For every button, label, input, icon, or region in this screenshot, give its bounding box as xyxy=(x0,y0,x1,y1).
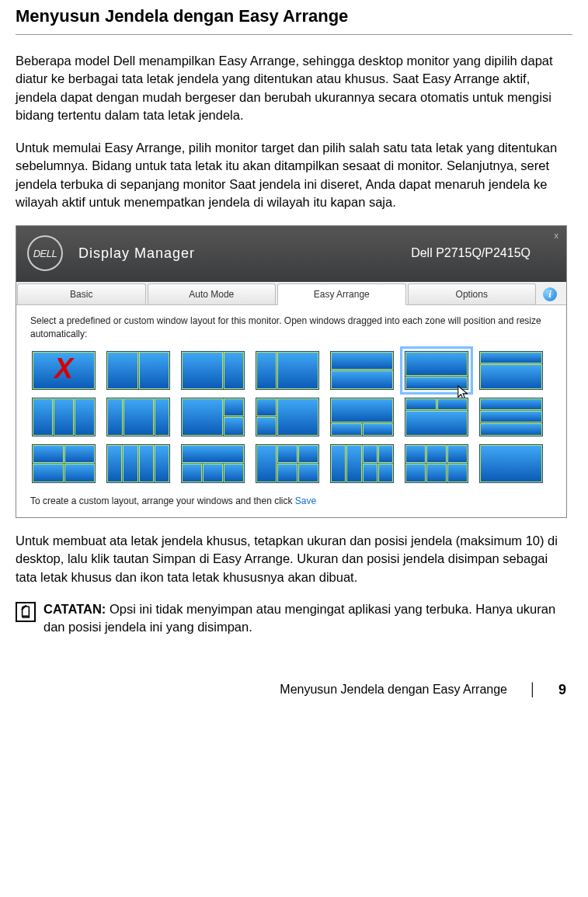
heading-rule xyxy=(16,34,572,35)
layout-5zone[interactable] xyxy=(256,444,319,483)
layout-3x2[interactable] xyxy=(405,444,468,483)
note-block: CATATAN: Opsi ini tidak menyimpan atau m… xyxy=(16,600,572,637)
layout-row-2 xyxy=(32,398,552,436)
instruction-text: Select a predefined or custom window lay… xyxy=(30,315,552,339)
tab-auto-mode[interactable]: Auto Mode xyxy=(148,283,277,304)
layout-2col[interactable] xyxy=(106,351,170,390)
layout-3col[interactable] xyxy=(32,398,96,436)
layout-top-big-bottom-split[interactable] xyxy=(330,398,394,436)
tab-easy-arrange[interactable]: Easy Arrange xyxy=(277,283,406,305)
layout-custom-empty[interactable] xyxy=(479,444,543,483)
paragraph-1: Beberapa model Dell menampilkan Easy Arr… xyxy=(16,52,572,125)
app-title: Display Manager xyxy=(78,245,411,262)
layout-4col[interactable] xyxy=(106,444,170,483)
note-body: Opsi ini tidak menyimpan atau mengingat … xyxy=(43,602,555,634)
layout-none[interactable] xyxy=(32,351,96,390)
layout-left-big[interactable] xyxy=(181,351,245,390)
tab-options[interactable]: Options xyxy=(408,283,537,304)
tab-basic[interactable]: Basic xyxy=(17,283,146,304)
dell-logo-icon: DELL xyxy=(27,235,63,271)
layout-grid xyxy=(32,351,552,483)
layout-left-big-right-split[interactable] xyxy=(181,398,245,436)
tab-strip: Basic Auto Mode Easy Arrange Options i xyxy=(16,282,566,305)
footer-title: Menyusun Jendela dengan Easy Arrange xyxy=(280,683,507,697)
monitor-model-label: Dell P2715Q/P2415Q xyxy=(411,246,531,260)
layout-2row[interactable] xyxy=(330,351,394,390)
layout-6zone-a[interactable] xyxy=(330,444,394,483)
layout-2x2[interactable] xyxy=(32,444,96,483)
note-icon xyxy=(16,602,36,622)
layout-top-bottom3[interactable] xyxy=(181,444,245,483)
save-line: To create a custom layout, arrange your … xyxy=(30,495,552,506)
note-label: CATATAN: xyxy=(43,602,106,616)
paragraph-2: Untuk memulai Easy Arrange, pilih monito… xyxy=(16,139,572,212)
info-icon[interactable]: i xyxy=(543,287,557,301)
note-text: CATATAN: Opsi ini tidak menyimpan atau m… xyxy=(43,600,572,637)
page-number: 9 xyxy=(558,682,566,698)
paragraph-3: Untuk membuat ata letak jendela khusus, … xyxy=(16,532,572,586)
layout-bottom-big-top-split[interactable] xyxy=(405,398,468,436)
layout-3col-mid-big[interactable] xyxy=(106,398,170,436)
layout-3row[interactable] xyxy=(479,398,543,436)
layout-top-big[interactable] xyxy=(405,351,468,390)
app-header: DELL Display Manager Dell P2715Q/P2415Q … xyxy=(16,226,566,282)
layout-row-3 xyxy=(32,444,552,483)
layout-right-big[interactable] xyxy=(256,351,319,390)
page-footer: Menyusun Jendela dengan Easy Arrange │ 9 xyxy=(16,682,572,698)
page-heading: Menyusun Jendela dengan Easy Arrange xyxy=(16,0,572,34)
close-icon[interactable]: x xyxy=(555,231,559,240)
app-body: Select a predefined or custom window lay… xyxy=(16,305,566,516)
layout-row-1 xyxy=(32,351,552,390)
display-manager-window: DELL Display Manager Dell P2715Q/P2415Q … xyxy=(16,225,567,517)
footer-separator: │ xyxy=(529,683,537,697)
save-link[interactable]: Save xyxy=(295,495,316,506)
save-prefix: To create a custom layout, arrange your … xyxy=(30,495,295,506)
layout-bottom-big[interactable] xyxy=(479,351,543,390)
layout-right-big-left-split[interactable] xyxy=(256,398,319,436)
